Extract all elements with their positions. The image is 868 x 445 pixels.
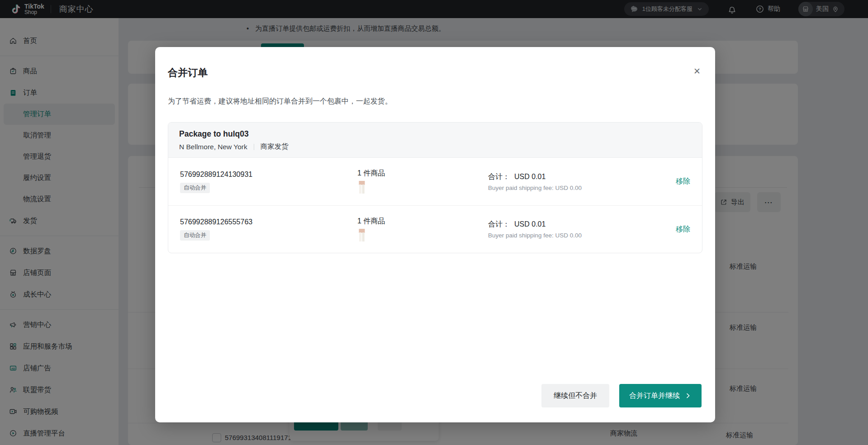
- item-count: 1 件商品: [357, 169, 488, 178]
- package-address: N Bellmore, New York: [179, 143, 247, 151]
- item-count: 1 件商品: [357, 217, 488, 226]
- order-id-cell: 576992889126555763自动合并: [180, 218, 357, 241]
- items-cell: 1 件商品: [357, 217, 488, 242]
- modal-description: 为了节省运费，建议将地址相同的订单合并到一个包裹中，一起发货。: [168, 97, 392, 106]
- total-label: 合计：: [488, 220, 510, 228]
- merge-and-continue-label: 合并订单并继续: [629, 391, 680, 401]
- auto-merge-tag: 自动合并: [180, 230, 210, 241]
- items-cell: 1 件商品: [357, 169, 488, 194]
- order-id: 576992889124130931: [180, 170, 357, 179]
- merge-and-continue-button[interactable]: 合并订单并继续: [619, 384, 702, 407]
- remove-order-link[interactable]: 移除: [656, 177, 690, 186]
- chevron-right-icon: [684, 392, 692, 399]
- modal-title: 合并订单: [168, 66, 208, 80]
- total-label: 合计：: [488, 173, 510, 180]
- order-row: 576992889126555763自动合并1 件商品合计：USD 0.01Bu…: [168, 205, 702, 253]
- merge-orders-modal: 合并订单 ✕ 为了节省运费，建议将地址相同的订单合并到一个包裹中，一起发货。 P…: [155, 47, 715, 422]
- package-subtitle: N Bellmore, New York 商家发货: [179, 142, 691, 151]
- product-thumbnail: [357, 229, 366, 242]
- package-fulfillment: 商家发货: [261, 142, 289, 151]
- package-card: Package to hulq03 N Bellmore, New York 商…: [168, 122, 702, 253]
- package-title: Package to hulq03: [179, 129, 691, 139]
- page-root: TikTok Shop 商家中心 1位顾客未分配客服: [0, 0, 868, 445]
- modal-footer: 继续但不合并 合并订单并继续: [541, 384, 702, 407]
- package-card-header: Package to hulq03 N Bellmore, New York 商…: [168, 123, 702, 158]
- subtitle-divider: [254, 144, 254, 150]
- total-line: 合计：USD 0.01: [488, 172, 656, 182]
- total-value: USD 0.01: [514, 173, 545, 180]
- shipping-fee-note: Buyer paid shipping fee: USD 0.00: [488, 232, 656, 239]
- total-value: USD 0.01: [514, 220, 545, 228]
- auto-merge-tag: 自动合并: [180, 183, 210, 193]
- totals-cell: 合计：USD 0.01Buyer paid shipping fee: USD …: [488, 172, 656, 191]
- order-row: 576992889124130931自动合并1 件商品合计：USD 0.01Bu…: [168, 158, 702, 205]
- order-id: 576992889126555763: [180, 218, 357, 226]
- order-id-cell: 576992889124130931自动合并: [180, 170, 357, 193]
- remove-order-link[interactable]: 移除: [656, 225, 690, 234]
- product-thumbnail: [357, 181, 366, 194]
- total-line: 合计：USD 0.01: [488, 220, 656, 229]
- totals-cell: 合计：USD 0.01Buyer paid shipping fee: USD …: [488, 220, 656, 239]
- close-icon[interactable]: ✕: [693, 67, 701, 76]
- continue-without-merge-button[interactable]: 继续但不合并: [541, 384, 609, 407]
- shipping-fee-note: Buyer paid shipping fee: USD 0.00: [488, 185, 656, 191]
- order-rows: 576992889124130931自动合并1 件商品合计：USD 0.01Bu…: [168, 158, 702, 253]
